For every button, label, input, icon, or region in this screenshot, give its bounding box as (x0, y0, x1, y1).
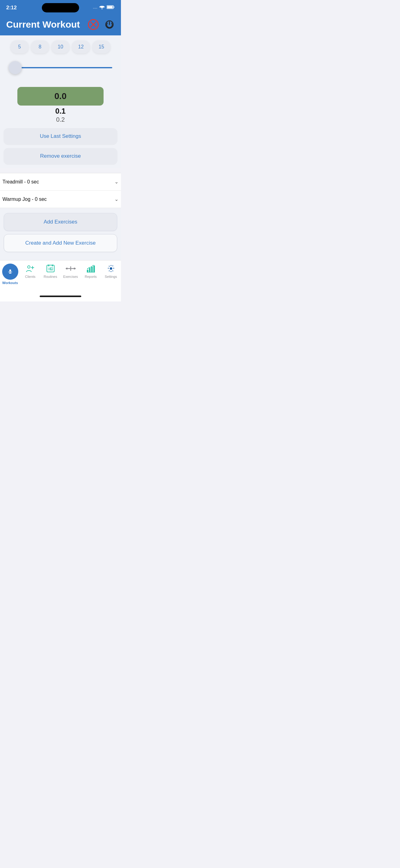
svg-rect-1 (114, 6, 114, 8)
exercise-list: Treadmill - 0 sec ⌄ Warmup Jog - 0 sec ⌄ (0, 173, 121, 208)
svg-rect-29 (93, 266, 95, 272)
tab-bar: Workouts Clients R Routine (0, 260, 121, 291)
svg-point-10 (28, 266, 30, 268)
battery-icon (107, 5, 115, 10)
tab-settings-icon (106, 264, 116, 274)
main-content: 5 8 10 12 15 0.0 0.1 0.2 Use Last Settin… (0, 35, 121, 168)
chevron-down-icon-treadmill: ⌄ (114, 179, 119, 185)
page-title: Current Workout (6, 19, 80, 30)
tab-routines-icon: R (45, 264, 56, 274)
tab-reports-icon (86, 264, 96, 274)
exercise-item-warmupjog[interactable]: Warmup Jog - 0 sec ⌄ (0, 191, 121, 208)
add-section: Add Exercises Create and Add New Exercis… (0, 208, 121, 260)
slider-wrapper[interactable] (9, 61, 112, 74)
rep-btn-12[interactable]: 12 (72, 40, 90, 53)
rep-buttons-row: 5 8 10 12 15 (4, 40, 117, 53)
svg-point-9 (9, 270, 11, 271)
cancel-icon[interactable] (88, 19, 99, 30)
header: Current Workout (0, 16, 121, 35)
weight-selected-value: 0.0 (55, 91, 67, 101)
slider-thumb[interactable] (9, 61, 22, 74)
clients-icon (26, 264, 35, 273)
svg-rect-23 (66, 268, 67, 269)
create-add-exercise-button[interactable]: Create and Add New Exercise (4, 234, 117, 252)
rep-btn-8[interactable]: 8 (31, 40, 49, 53)
status-time: 2:12 (6, 5, 17, 11)
signal-icon: ···· (93, 6, 97, 10)
svg-point-32 (110, 267, 112, 270)
exercise-name-warmupjog: Warmup Jog - 0 sec (2, 196, 47, 202)
status-icons: ···· (93, 5, 115, 10)
wifi-icon (99, 5, 105, 10)
svg-rect-15 (52, 265, 53, 266)
weight-next2-value: 0.2 (56, 116, 65, 123)
rep-btn-15[interactable]: 15 (92, 40, 110, 53)
svg-rect-24 (74, 268, 76, 269)
tab-reports[interactable]: Reports (81, 264, 100, 278)
weight-selected-item[interactable]: 0.0 (18, 87, 104, 105)
tab-clients-label: Clients (25, 275, 36, 278)
exercise-item-treadmill[interactable]: Treadmill - 0 sec ⌄ (0, 173, 121, 191)
power-icon[interactable] (104, 19, 115, 30)
tab-routines-label: Routines (44, 275, 57, 278)
home-bar (40, 296, 81, 297)
svg-rect-27 (89, 268, 91, 272)
svg-rect-26 (87, 270, 88, 272)
workouts-icon (6, 267, 14, 276)
svg-text:R: R (51, 267, 53, 270)
tab-routines[interactable]: R Routines (41, 264, 60, 278)
tab-workouts-label: Workouts (2, 281, 18, 285)
tab-exercises[interactable]: Exercises (61, 264, 80, 278)
tab-clients-icon (26, 264, 35, 274)
tab-reports-label: Reports (85, 275, 97, 278)
weight-next1-value: 0.1 (55, 107, 65, 116)
svg-rect-28 (91, 267, 93, 272)
remove-exercise-button[interactable]: Remove exercise (4, 148, 117, 164)
reports-icon (86, 264, 96, 273)
tab-settings[interactable]: Settings (102, 264, 120, 278)
use-last-settings-button[interactable]: Use Last Settings (4, 128, 117, 144)
rep-btn-10[interactable]: 10 (52, 40, 69, 53)
tab-workouts[interactable]: Workouts (1, 264, 20, 285)
exercises-icon (66, 264, 76, 273)
slider-track (15, 67, 112, 68)
header-icons (88, 19, 115, 30)
tab-exercises-label: Exercises (63, 275, 78, 278)
weight-slider-container (4, 58, 117, 81)
svg-rect-14 (48, 265, 49, 266)
svg-rect-2 (107, 6, 113, 8)
chevron-down-icon-warmupjog: ⌄ (114, 196, 119, 202)
routines-icon: R (46, 264, 55, 273)
tab-clients[interactable]: Clients (21, 264, 40, 278)
rep-btn-5[interactable]: 5 (10, 40, 29, 53)
tab-exercises-icon (66, 264, 76, 274)
notch (42, 3, 79, 12)
add-exercises-button[interactable]: Add Exercises (4, 213, 117, 231)
home-indicator (0, 291, 121, 302)
settings-icon (106, 264, 116, 273)
tab-workouts-icon-bg (2, 264, 18, 280)
tab-settings-label: Settings (105, 275, 117, 278)
weight-picker[interactable]: 0.0 0.1 0.2 (4, 87, 117, 123)
exercise-name-treadmill: Treadmill - 0 sec (2, 179, 39, 185)
status-bar: 2:12 ···· (0, 0, 121, 16)
